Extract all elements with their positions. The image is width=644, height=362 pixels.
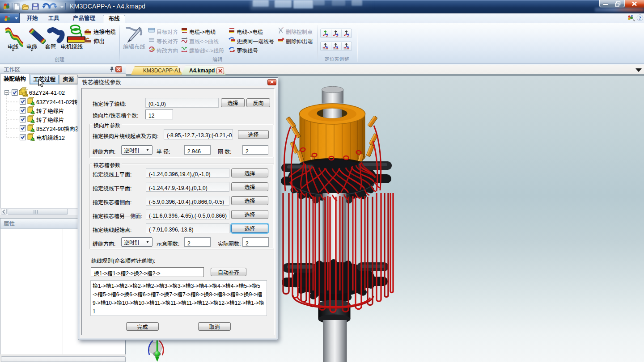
svg-text:?: ?	[639, 15, 641, 21]
